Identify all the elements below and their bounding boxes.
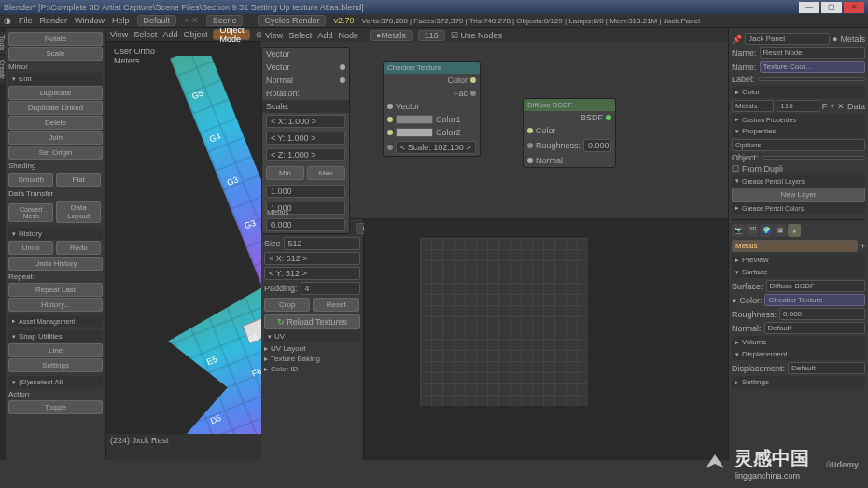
blender-icon: ◑ [4, 16, 11, 25]
viewport-footer: (224) Jxck Rest [106, 434, 261, 460]
node-checker[interactable]: Checker Texture Color Fac Vector Color1 … [383, 61, 481, 157]
duplicate-linked-button[interactable]: Duplicate Linked [8, 101, 103, 115]
context-tabs: 📷 🎬 🌍 ▣ ● [732, 224, 865, 237]
uv-layout[interactable]: UV Layout [264, 344, 360, 353]
add-icon[interactable]: + [861, 242, 865, 251]
guitar-mesh[interactable]: E5 F6 G7 F6 D5 D6 D7 E7 F7 G5 G4 G3 G3 G… [106, 56, 261, 457]
ne-menu-node[interactable]: Node [338, 31, 358, 40]
menu-render[interactable]: Render [40, 16, 68, 25]
convert-mesh-button[interactable]: Convert Mesh [8, 203, 53, 222]
vp-menu-object[interactable]: Object [183, 30, 207, 39]
menu-window[interactable]: Window [75, 16, 105, 25]
undo-history-button[interactable]: Undo History [8, 257, 103, 271]
view-label: User Ortho [114, 47, 155, 56]
section-asset[interactable]: Asset Management [8, 315, 103, 327]
menu-help[interactable]: Help [112, 16, 130, 25]
vp-menu-add[interactable]: Add [162, 30, 177, 39]
ne-menu-select[interactable]: Select [288, 31, 312, 40]
texcoord-field[interactable]: Texture Coor... [760, 61, 865, 73]
layout-selector[interactable]: Default [137, 15, 177, 26]
scale-x[interactable]: < X: 1.000 > [266, 115, 345, 128]
size-y[interactable]: < Y: 512 > [264, 267, 360, 280]
deselect-all[interactable]: (D)eselect All [8, 376, 103, 388]
menu-file[interactable]: File [19, 16, 33, 25]
minimize-button[interactable]: — [799, 2, 819, 13]
user-count[interactable]: 116 [418, 30, 445, 41]
settings-button[interactable]: Settings [8, 358, 103, 372]
repeat-last-button[interactable]: Repeat Last [8, 283, 103, 297]
delete-button[interactable]: Delete [8, 116, 103, 130]
node-editor[interactable]: View Select Add Node ● Metals 116 ☑ Use … [261, 28, 728, 219]
history-button[interactable]: History... [8, 298, 103, 312]
material-item[interactable]: Metals [732, 240, 858, 252]
scene-stats: Verts:378,208 | Faces:372,379 | Tris:748… [361, 17, 699, 25]
redo-button[interactable]: Redo [56, 241, 101, 255]
section-history[interactable]: History [8, 228, 103, 240]
uv-grid [420, 238, 588, 406]
info-header: ◑ File Render Window Help Default + ✕ Sc… [0, 14, 868, 28]
reload-textures[interactable]: ↻ Reload Textures [264, 314, 360, 329]
section-edit[interactable]: Edit [8, 73, 103, 85]
version-label: v2.79 [333, 16, 354, 25]
scale-button[interactable]: Scale [8, 47, 103, 61]
material-slot[interactable]: ● Metals [370, 30, 413, 41]
node-vector[interactable]: Vector Vector Normal Rotation: Scale: < … [261, 47, 350, 234]
tab-world[interactable]: 🌍 [760, 224, 773, 237]
node-footer: Metals [267, 208, 289, 216]
image-canvas[interactable] [364, 219, 728, 460]
toggle-button[interactable]: Toggle [8, 400, 103, 414]
ne-menu-add[interactable]: Add [317, 31, 332, 40]
rotate-button[interactable]: Rotate [8, 32, 103, 46]
vp-menu-select[interactable]: Select [133, 30, 157, 39]
pin-icon[interactable]: 📌 [732, 35, 742, 44]
join-button[interactable]: Join [8, 131, 103, 145]
tab-material[interactable]: ● [788, 224, 801, 237]
set-origin-button[interactable]: Set Origin [8, 146, 103, 160]
window-titlebar: Blender* [P:\Complete 3D Artist Capture\… [0, 0, 868, 14]
material-icon: ● [833, 35, 837, 44]
flat-button[interactable]: Flat [56, 173, 101, 187]
ne-menu-view[interactable]: View [265, 31, 283, 40]
duplicate-button[interactable]: Duplicate [8, 86, 103, 100]
app-title: Blender* [P:\Complete 3D Artist Capture\… [4, 3, 364, 12]
tab-render[interactable]: 📷 [732, 224, 745, 237]
smooth-button[interactable]: Smooth [8, 173, 53, 187]
render-engine[interactable]: Cycles Render [258, 15, 326, 26]
properties-panel: 📌Jack Panel●Metals Name:Reset Node Name:… [728, 28, 868, 460]
mode-selector[interactable]: Object Mode [213, 29, 250, 40]
use-nodes-checkbox[interactable]: ☑ Use Nodes [451, 31, 502, 40]
line-button[interactable]: Line [8, 343, 103, 357]
watermark: 灵感中国 lingganchina.com ûUdemy [701, 446, 859, 481]
scene-selector[interactable]: Scene [206, 15, 244, 26]
undo-button[interactable]: Undo [8, 241, 53, 255]
scale-z[interactable]: < Z: 1.000 > [266, 148, 345, 161]
close-button[interactable]: ✕ [844, 2, 864, 13]
color1-swatch[interactable] [396, 115, 433, 124]
section-snap[interactable]: Snap Utilities [8, 330, 103, 342]
maximize-button[interactable]: ▢ [821, 2, 842, 13]
color-id[interactable]: Color ID [264, 365, 360, 373]
node-diffuse[interactable]: Diffuse BSDF BSDF Color Roughness:0.000 … [523, 98, 616, 168]
scale-y[interactable]: < Y: 1.000 > [266, 132, 345, 145]
svg-rect-2 [170, 56, 261, 300]
tool-shelf: Rotate Scale Mirror Edit Duplicate Dupli… [6, 28, 106, 460]
new-layer[interactable]: New Layer [732, 188, 865, 202]
vp-menu-view[interactable]: View [110, 30, 128, 39]
uv-image-editor: View Image New Open Size512 < X: 512 > <… [261, 219, 728, 460]
texture-baking[interactable]: Texture Baking [264, 355, 360, 363]
data-layout-button[interactable]: Data Layout [56, 201, 101, 223]
checker-scale[interactable]: < Scale: 102.100 > [396, 141, 476, 154]
tab-scene[interactable]: 🎬 [746, 224, 759, 237]
size-x[interactable]: < X: 512 > [264, 252, 360, 265]
tab-object[interactable]: ▣ [774, 224, 787, 237]
3d-viewport[interactable]: View Select Add Object Object Mode ⊕ Use… [106, 28, 261, 460]
color2-swatch[interactable] [396, 128, 433, 137]
